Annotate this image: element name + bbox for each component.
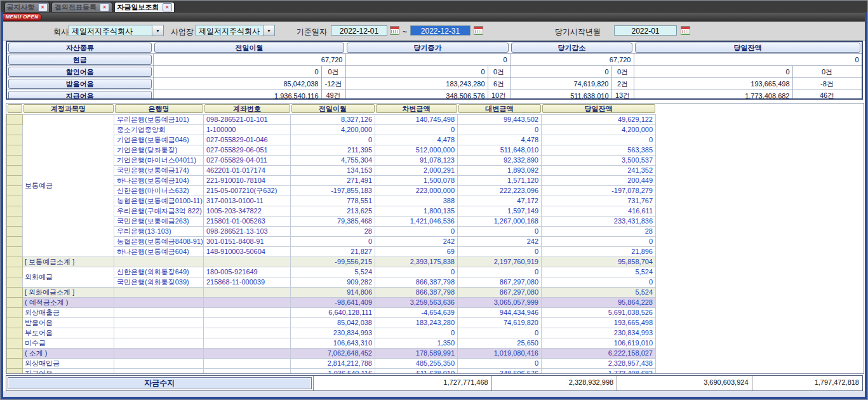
calendar-icon[interactable] [681, 26, 690, 35]
date-from-input[interactable]: 2022-12-01 [331, 25, 387, 36]
account-detail-header-box: 계정과목명 [23, 104, 114, 113]
debit-amount-cell: 1,350 [375, 338, 458, 348]
row-selector-cell[interactable] [7, 206, 23, 216]
today-balance-cell: 5,691,038,526 [542, 307, 656, 317]
row-selector-cell[interactable] [7, 216, 23, 226]
account-number-cell: 462201-01-017174 [204, 165, 291, 175]
asset-row-label-cell: 현금 [7, 54, 153, 66]
row-selector-cell[interactable] [7, 114, 23, 124]
tab-1[interactable]: 공지사항✕ [4, 2, 50, 12]
tab-close-icon[interactable]: ✕ [100, 3, 109, 11]
asset-summary-section: 자산종류전일이월당기증가당기감소당일잔액 현금67,720067,7200할인어… [6, 41, 863, 100]
bank-name-cell: 신한은행(외화통장649) [114, 267, 204, 277]
debit-amount-cell: 140,745,498 [375, 114, 458, 124]
asset-summary-header-box: 당기증가 [347, 43, 509, 53]
credit-amount-cell: 1,267,000,168 [458, 216, 542, 226]
account-detail-table: 계정과목명은행명계좌번호전일이월차변금액대변금액당일잔액 보통예금우리은행(보통… [6, 103, 656, 374]
row-selector-cell[interactable] [7, 317, 23, 328]
row-selector-cell[interactable] [7, 226, 23, 236]
credit-amount-cell: 1,597,149 [458, 206, 542, 216]
row-selector-cell[interactable] [7, 257, 23, 267]
today-balance-cell: 4,200,000 [542, 124, 656, 135]
account-number-cell: 221-910010-78104 [204, 175, 291, 185]
tab-close-icon[interactable]: ✕ [163, 3, 172, 11]
prev-balance-cell: 79,385,468 [291, 216, 375, 226]
debit-amount-cell: 2,393,175,838 [375, 257, 458, 267]
row-selector-cell[interactable] [7, 267, 23, 277]
amount-cell: 1,936,540,116 [153, 90, 321, 100]
fund-balance-value-cell: 1,797,472,818 [752, 376, 862, 390]
row-selector-cell[interactable] [7, 358, 23, 368]
credit-amount-cell: 0 [458, 124, 542, 135]
bank-name-cell [114, 297, 204, 307]
row-selector-cell[interactable] [7, 236, 23, 246]
asset-summary-header-box: 자산종류 [8, 43, 152, 53]
period-start-input[interactable]: 2022-01 [614, 25, 677, 36]
row-selector-cell[interactable] [7, 328, 23, 338]
row-selector-cell[interactable] [7, 246, 23, 257]
account-number-cell [204, 348, 291, 358]
account-number-cell: 215868-11-000039 [204, 277, 291, 287]
prev-balance-cell: 0 [291, 135, 375, 145]
account-number-cell: 1-100000 [204, 124, 291, 135]
tab-label: 결의전표등록 [55, 3, 97, 12]
row-selector-cell[interactable] [7, 175, 23, 185]
today-balance-cell: 416,611 [542, 206, 656, 216]
account-number-cell: 301-0151-8408-91 [204, 236, 291, 246]
bank-name-cell: 기업은행(보통예금046) [114, 135, 204, 145]
prev-balance-cell: 6,640,128,111 [291, 307, 375, 317]
prev-balance-cell: 2,814,212,788 [291, 358, 375, 368]
row-selector-cell[interactable] [7, 297, 23, 307]
row-selector-cell[interactable] [7, 185, 23, 196]
account-detail-header-cell: 당일잔액 [542, 103, 656, 114]
account-detail-body: 보통예금우리은행(보통예금101)098-286521-01-1018,327,… [7, 114, 656, 374]
today-balance-cell: 563,385 [542, 145, 656, 155]
credit-amount-cell: 74,619,820 [458, 317, 542, 328]
amount-cell: 74,619,820 [510, 78, 611, 90]
debit-amount-cell: 1,800,135 [375, 206, 458, 216]
count-cell: 6건 [488, 78, 510, 90]
company-select[interactable]: 제일저지주식회사 ▼ [69, 25, 164, 36]
calendar-icon[interactable] [474, 26, 483, 35]
today-balance-cell: 241,352 [542, 165, 656, 175]
site-select[interactable]: 제일저지주식회사 ▼ [196, 25, 275, 36]
row-selector-cell[interactable] [7, 165, 23, 175]
account-number-cell: 180-005-921649 [204, 267, 291, 277]
account-detail-header-row: 계정과목명은행명계좌번호전일이월차변금액대변금액당일잔액 [7, 103, 656, 114]
row-selector-cell[interactable] [7, 135, 23, 145]
chevron-down-icon[interactable]: ▼ [263, 25, 274, 36]
row-selector-cell[interactable] [7, 145, 23, 155]
credit-amount-cell: 47,172 [458, 196, 542, 206]
row-selector-cell[interactable] [7, 277, 23, 287]
credit-amount-cell: 0 [458, 246, 542, 257]
bank-name-cell: 국민은행(보통예금263) [114, 216, 204, 226]
account-number-cell: 027-055829-06-051 [204, 145, 291, 155]
calendar-icon[interactable] [390, 26, 399, 35]
row-selector-cell[interactable] [7, 287, 23, 297]
row-selector-cell[interactable] [7, 124, 23, 135]
prev-balance-cell: -98,641,409 [291, 297, 375, 307]
amount-cell: 67,720 [153, 54, 345, 66]
asset-row-label-cell: 할인어음 [7, 66, 153, 78]
row-selector-cell[interactable] [7, 368, 23, 374]
count-cell: 0건 [792, 66, 862, 78]
asset-summary-header-cell: 자산종류 [7, 42, 153, 54]
bank-name-cell: 국민은행(외화통장039) [114, 277, 204, 287]
tab-2[interactable]: 결의전표등록✕ [51, 2, 112, 12]
credit-amount-cell: 1,571,120 [458, 175, 542, 185]
date-to-input[interactable]: 2022-12-31 [410, 25, 471, 36]
tab-3[interactable]: 자금일보조회✕ [114, 2, 175, 12]
account-detail-header-box: 당일잔액 [542, 104, 655, 113]
chevron-down-icon[interactable]: ▼ [152, 25, 163, 36]
account-name-cell: [ 보통예금소계 ] [23, 257, 114, 267]
tab-close-icon[interactable]: ✕ [38, 3, 48, 11]
row-selector-cell[interactable] [7, 155, 23, 165]
row-selector-cell[interactable] [7, 307, 23, 317]
row-selector-cell[interactable] [7, 196, 23, 206]
row-selector-cell[interactable] [7, 348, 23, 358]
menu-open-button[interactable]: MENU OPEN [2, 13, 42, 21]
bank-name-cell: 농협은행(보통예금0100-11) [114, 196, 204, 206]
bank-name-cell [114, 287, 204, 297]
row-selector-cell[interactable] [7, 338, 23, 348]
prev-balance-cell: 213,625 [291, 206, 375, 216]
